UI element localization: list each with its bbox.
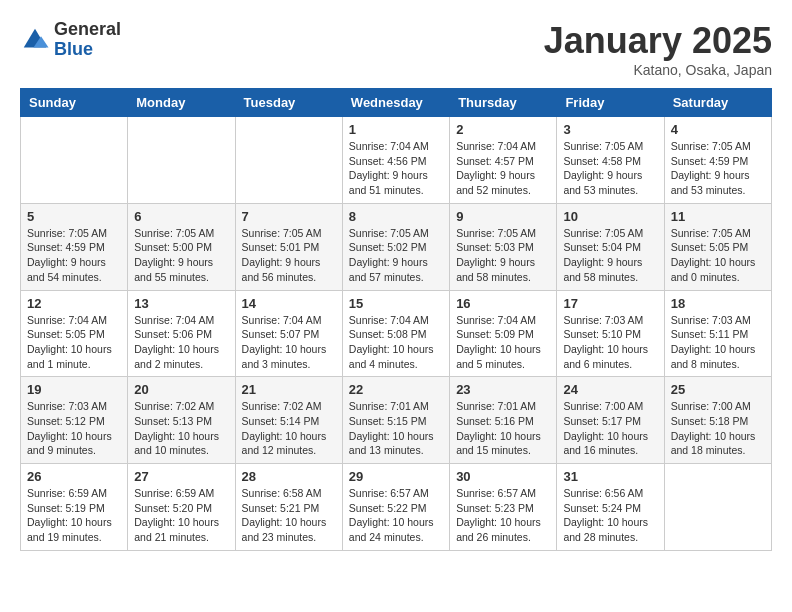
day-number: 27 [134, 469, 228, 484]
day-number: 9 [456, 209, 550, 224]
day-info: Sunrise: 7:03 AM Sunset: 5:10 PM Dayligh… [563, 313, 657, 372]
day-cell: 8Sunrise: 7:05 AM Sunset: 5:02 PM Daylig… [342, 203, 449, 290]
page-header: General Blue January 2025 Katano, Osaka,… [20, 20, 772, 78]
day-cell: 31Sunrise: 6:56 AM Sunset: 5:24 PM Dayli… [557, 464, 664, 551]
day-number: 11 [671, 209, 765, 224]
day-number: 7 [242, 209, 336, 224]
day-number: 31 [563, 469, 657, 484]
day-info: Sunrise: 7:04 AM Sunset: 5:07 PM Dayligh… [242, 313, 336, 372]
day-cell: 10Sunrise: 7:05 AM Sunset: 5:04 PM Dayli… [557, 203, 664, 290]
day-number: 24 [563, 382, 657, 397]
day-number: 3 [563, 122, 657, 137]
day-number: 14 [242, 296, 336, 311]
day-cell: 16Sunrise: 7:04 AM Sunset: 5:09 PM Dayli… [450, 290, 557, 377]
day-info: Sunrise: 7:04 AM Sunset: 4:56 PM Dayligh… [349, 139, 443, 198]
day-cell [21, 117, 128, 204]
day-info: Sunrise: 7:05 AM Sunset: 5:03 PM Dayligh… [456, 226, 550, 285]
day-cell: 30Sunrise: 6:57 AM Sunset: 5:23 PM Dayli… [450, 464, 557, 551]
day-number: 1 [349, 122, 443, 137]
day-number: 5 [27, 209, 121, 224]
day-cell: 19Sunrise: 7:03 AM Sunset: 5:12 PM Dayli… [21, 377, 128, 464]
logo-icon [20, 25, 50, 55]
logo-text: General Blue [54, 20, 121, 60]
day-info: Sunrise: 6:59 AM Sunset: 5:20 PM Dayligh… [134, 486, 228, 545]
day-info: Sunrise: 6:58 AM Sunset: 5:21 PM Dayligh… [242, 486, 336, 545]
day-cell: 1Sunrise: 7:04 AM Sunset: 4:56 PM Daylig… [342, 117, 449, 204]
weekday-header-friday: Friday [557, 89, 664, 117]
day-cell: 4Sunrise: 7:05 AM Sunset: 4:59 PM Daylig… [664, 117, 771, 204]
day-info: Sunrise: 7:04 AM Sunset: 5:05 PM Dayligh… [27, 313, 121, 372]
day-cell: 22Sunrise: 7:01 AM Sunset: 5:15 PM Dayli… [342, 377, 449, 464]
day-cell: 5Sunrise: 7:05 AM Sunset: 4:59 PM Daylig… [21, 203, 128, 290]
day-number: 21 [242, 382, 336, 397]
day-number: 2 [456, 122, 550, 137]
month-title: January 2025 [544, 20, 772, 62]
day-info: Sunrise: 7:02 AM Sunset: 5:14 PM Dayligh… [242, 399, 336, 458]
logo: General Blue [20, 20, 121, 60]
day-cell: 24Sunrise: 7:00 AM Sunset: 5:17 PM Dayli… [557, 377, 664, 464]
day-info: Sunrise: 7:05 AM Sunset: 5:00 PM Dayligh… [134, 226, 228, 285]
day-number: 29 [349, 469, 443, 484]
week-row-5: 26Sunrise: 6:59 AM Sunset: 5:19 PM Dayli… [21, 464, 772, 551]
weekday-header-saturday: Saturday [664, 89, 771, 117]
day-number: 19 [27, 382, 121, 397]
day-info: Sunrise: 7:00 AM Sunset: 5:17 PM Dayligh… [563, 399, 657, 458]
day-number: 15 [349, 296, 443, 311]
day-number: 22 [349, 382, 443, 397]
week-row-2: 5Sunrise: 7:05 AM Sunset: 4:59 PM Daylig… [21, 203, 772, 290]
day-number: 18 [671, 296, 765, 311]
day-info: Sunrise: 6:56 AM Sunset: 5:24 PM Dayligh… [563, 486, 657, 545]
day-number: 23 [456, 382, 550, 397]
day-info: Sunrise: 7:04 AM Sunset: 5:08 PM Dayligh… [349, 313, 443, 372]
day-cell: 13Sunrise: 7:04 AM Sunset: 5:06 PM Dayli… [128, 290, 235, 377]
day-number: 30 [456, 469, 550, 484]
week-row-3: 12Sunrise: 7:04 AM Sunset: 5:05 PM Dayli… [21, 290, 772, 377]
day-cell [664, 464, 771, 551]
weekday-header-sunday: Sunday [21, 89, 128, 117]
day-cell [235, 117, 342, 204]
day-info: Sunrise: 7:04 AM Sunset: 5:06 PM Dayligh… [134, 313, 228, 372]
day-info: Sunrise: 7:05 AM Sunset: 4:58 PM Dayligh… [563, 139, 657, 198]
day-info: Sunrise: 7:05 AM Sunset: 4:59 PM Dayligh… [671, 139, 765, 198]
day-cell: 14Sunrise: 7:04 AM Sunset: 5:07 PM Dayli… [235, 290, 342, 377]
location: Katano, Osaka, Japan [544, 62, 772, 78]
day-cell: 9Sunrise: 7:05 AM Sunset: 5:03 PM Daylig… [450, 203, 557, 290]
day-number: 20 [134, 382, 228, 397]
day-cell: 18Sunrise: 7:03 AM Sunset: 5:11 PM Dayli… [664, 290, 771, 377]
day-cell: 6Sunrise: 7:05 AM Sunset: 5:00 PM Daylig… [128, 203, 235, 290]
day-info: Sunrise: 6:57 AM Sunset: 5:23 PM Dayligh… [456, 486, 550, 545]
day-number: 10 [563, 209, 657, 224]
day-cell: 12Sunrise: 7:04 AM Sunset: 5:05 PM Dayli… [21, 290, 128, 377]
day-info: Sunrise: 7:05 AM Sunset: 5:01 PM Dayligh… [242, 226, 336, 285]
day-info: Sunrise: 7:05 AM Sunset: 4:59 PM Dayligh… [27, 226, 121, 285]
day-cell: 21Sunrise: 7:02 AM Sunset: 5:14 PM Dayli… [235, 377, 342, 464]
day-cell: 15Sunrise: 7:04 AM Sunset: 5:08 PM Dayli… [342, 290, 449, 377]
day-number: 26 [27, 469, 121, 484]
day-number: 28 [242, 469, 336, 484]
day-cell: 29Sunrise: 6:57 AM Sunset: 5:22 PM Dayli… [342, 464, 449, 551]
day-number: 13 [134, 296, 228, 311]
day-cell: 7Sunrise: 7:05 AM Sunset: 5:01 PM Daylig… [235, 203, 342, 290]
day-number: 16 [456, 296, 550, 311]
calendar: SundayMondayTuesdayWednesdayThursdayFrid… [20, 88, 772, 551]
day-number: 6 [134, 209, 228, 224]
day-info: Sunrise: 7:03 AM Sunset: 5:12 PM Dayligh… [27, 399, 121, 458]
day-info: Sunrise: 7:04 AM Sunset: 5:09 PM Dayligh… [456, 313, 550, 372]
weekday-header-row: SundayMondayTuesdayWednesdayThursdayFrid… [21, 89, 772, 117]
day-info: Sunrise: 7:05 AM Sunset: 5:02 PM Dayligh… [349, 226, 443, 285]
day-cell: 25Sunrise: 7:00 AM Sunset: 5:18 PM Dayli… [664, 377, 771, 464]
day-info: Sunrise: 7:01 AM Sunset: 5:15 PM Dayligh… [349, 399, 443, 458]
day-cell [128, 117, 235, 204]
title-block: January 2025 Katano, Osaka, Japan [544, 20, 772, 78]
day-number: 17 [563, 296, 657, 311]
day-cell: 2Sunrise: 7:04 AM Sunset: 4:57 PM Daylig… [450, 117, 557, 204]
day-number: 4 [671, 122, 765, 137]
weekday-header-monday: Monday [128, 89, 235, 117]
day-info: Sunrise: 7:04 AM Sunset: 4:57 PM Dayligh… [456, 139, 550, 198]
weekday-header-wednesday: Wednesday [342, 89, 449, 117]
day-number: 25 [671, 382, 765, 397]
day-info: Sunrise: 7:05 AM Sunset: 5:04 PM Dayligh… [563, 226, 657, 285]
logo-blue: Blue [54, 40, 121, 60]
day-info: Sunrise: 7:00 AM Sunset: 5:18 PM Dayligh… [671, 399, 765, 458]
day-cell: 11Sunrise: 7:05 AM Sunset: 5:05 PM Dayli… [664, 203, 771, 290]
